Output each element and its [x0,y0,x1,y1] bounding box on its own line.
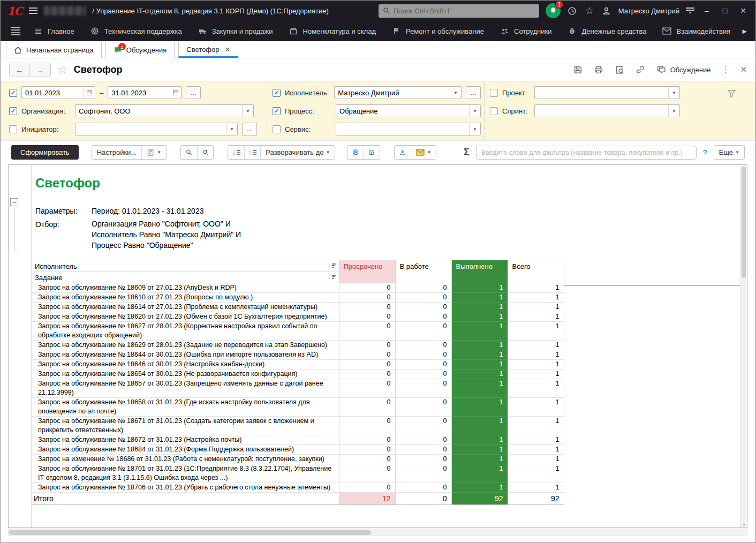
service-input[interactable] [336,123,469,135]
global-search[interactable] [379,4,539,18]
report-variants-button[interactable]: ▼ [141,146,166,159]
menu-item-money[interactable]: $Денежные средства [560,21,654,41]
collapse-group-button[interactable]: − [10,198,18,206]
favorites-star-icon[interactable]: ☆ [584,5,595,16]
minimize-button[interactable]: – [701,6,713,15]
process-checkbox[interactable]: ✓ [273,107,281,115]
table-row[interactable]: Запрос на обслуживание № 18610 от 27.01.… [32,293,564,303]
menu-item-repair-service[interactable]: Ремонт и обслуживание [384,21,492,41]
executor-checkbox[interactable]: ✓ [273,89,281,97]
column-in-progress[interactable]: В работе [395,260,451,283]
period-checkbox[interactable]: ✓ [9,89,17,97]
table-row[interactable]: Запрос на изменение № 18686 от 31.01.23 … [32,455,564,464]
dropdown-icon[interactable]: ▼ [469,123,480,135]
autosum-icon[interactable]: Σ [464,147,470,158]
column-done[interactable]: Выполнено [451,260,508,283]
save-icon[interactable] [573,65,583,75]
executor-more-button[interactable]: ... [466,86,481,99]
tab-svetofor[interactable]: Светофор ✕ [178,42,238,58]
filter-funnel-icon[interactable] [727,89,736,98]
vertical-scrollbar[interactable]: ▲ ▼ [740,165,747,527]
back-button[interactable]: ← [10,63,30,77]
user-icon[interactable] [601,5,612,16]
close-report-icon[interactable]: ✕ [740,65,747,74]
tab-home[interactable]: Начальная страница [6,42,102,58]
period-more-button[interactable]: ... [186,86,201,99]
table-row[interactable]: Запрос на обслуживание № 18646 от 30.01.… [32,360,564,369]
executor-input[interactable] [335,87,450,99]
table-row[interactable]: Запрос на обслуживание № 18614 от 27.01.… [32,303,564,312]
maximize-button[interactable]: □ [719,6,731,15]
menu-item-glavnoe[interactable]: Главное [26,21,82,41]
service-checkbox[interactable] [273,125,281,133]
menu-item-tech-support[interactable]: Техническая поддержка [82,21,190,41]
send-email-button[interactable]: ▼ [411,146,436,159]
settings-button[interactable]: Настройки... [92,146,142,159]
calendar-icon[interactable] [170,87,181,99]
table-row[interactable]: Запрос на обслуживание № 18609 от 27.01.… [32,283,564,293]
save-export-icon[interactable] [395,146,411,159]
sort-icon[interactable]: ↓ [328,262,336,268]
table-row[interactable]: Запрос на обслуживание № 18672 от 31.01.… [32,435,564,445]
menu-item-employees[interactable]: Сотрудники [492,21,560,41]
menu-item-interactions[interactable]: Взаимодействия [654,21,738,41]
discussion-button[interactable]: Обсуждение [656,65,711,74]
table-row[interactable]: Запрос на обслуживание № 18706 от 31.01.… [32,483,564,493]
quick-filter-input[interactable] [476,146,697,160]
table-row[interactable]: Запрос на обслуживание № 18620 от 27.01.… [32,312,564,322]
collapse-groups-icon[interactable]: ↓ [228,146,244,159]
find-icon[interactable] [181,146,197,159]
header-executor[interactable]: ↓Исполнитель [32,260,339,272]
tab-close-icon[interactable]: ✕ [225,46,231,54]
generate-button[interactable]: Сформировать [11,145,79,160]
print-blue-icon[interactable] [347,146,364,159]
sections-panel-icon[interactable] [6,25,26,36]
horizontal-scroll-thumb[interactable] [9,530,371,535]
get-link-icon[interactable] [636,65,646,75]
sprint-checkbox[interactable] [490,107,498,115]
dropdown-icon[interactable]: ▼ [450,87,461,99]
horizontal-scrollbar[interactable] [8,529,747,536]
print-icon[interactable] [594,65,604,75]
close-button[interactable]: ✕ [737,6,749,15]
help-icon[interactable]: ? [703,148,707,157]
forward-button[interactable]: → [30,63,50,77]
history-icon[interactable] [567,5,578,16]
menu-item-purchases-sales[interactable]: Закупки и продажи [190,21,281,41]
dropdown-icon[interactable]: ▼ [668,87,679,99]
sprint-input[interactable] [535,105,668,117]
menu-item-nomenclature[interactable]: Номенклатура и склад [281,21,384,41]
tab-discussions[interactable]: 1 Обсуждения [105,42,175,58]
dropdown-icon[interactable]: ▼ [226,123,237,135]
table-row[interactable]: Запрос на обслуживание № 18629 от 28.01.… [32,341,564,350]
project-input[interactable] [535,87,668,99]
table-row[interactable]: Запрос на обслуживание № 18654 от 30.01.… [32,369,564,379]
initiator-input[interactable] [75,123,226,135]
table-row[interactable]: Запрос на обслуживание № 18658 от 31.01.… [32,398,564,417]
dropdown-icon[interactable]: ▼ [668,105,679,117]
column-overdue[interactable]: Просрочено [339,260,395,283]
search-input[interactable] [394,7,535,15]
table-row[interactable]: Запрос на обслуживание № 18701 от 31.01.… [32,464,564,483]
menu-more-arrow[interactable]: ▶ [739,28,750,35]
table-row[interactable]: Запрос на обслуживание № 18657 от 30.01.… [32,379,564,398]
initiator-more-button[interactable]: ... [242,123,257,135]
vertical-scroll-thumb[interactable] [742,167,746,278]
find-next-icon[interactable] [197,146,213,159]
table-row[interactable]: Запрос на обслуживание № 18671 от 31.01.… [32,417,564,435]
calendar-icon[interactable] [84,87,95,99]
initiator-checkbox[interactable] [9,125,17,133]
expand-to-button[interactable]: Разворачивать до▼ [260,146,335,159]
user-name[interactable]: Матреско Дмитрий [618,7,679,15]
dropdown-icon[interactable]: ▼ [469,105,480,117]
period-to-input[interactable] [108,87,170,99]
table-row[interactable]: Запрос на обслуживание № 18627 от 28.01.… [32,322,564,341]
scroll-down-icon[interactable]: ▼ [740,522,747,528]
process-input[interactable] [336,105,469,117]
sort-icon[interactable]: ↓ [328,274,336,280]
table-row[interactable]: Запрос на обслуживание № 18684 от 31.01.… [32,445,564,455]
org-input[interactable] [75,105,242,117]
star-icon[interactable]: ☆ [57,63,67,76]
more-actions-button[interactable]: Еще▼ [714,146,744,159]
project-checkbox[interactable] [490,89,498,97]
